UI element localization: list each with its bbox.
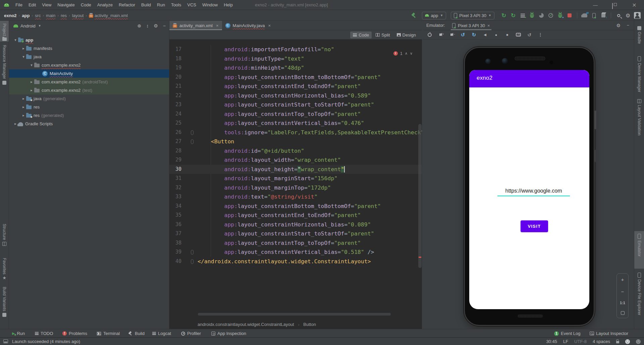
tool-strip-item-structure[interactable]: Structure (0, 224, 9, 246)
breadcrumb-item[interactable]: activity_main.xml (95, 13, 128, 18)
code-line-31[interactable]: 31 android:layout_marginStart="156dp" (169, 174, 422, 183)
tool-strip-item-emulator[interactable]: Emulator (634, 234, 644, 257)
code-line-23[interactable]: 23 app:layout_constraintStart_toStartOf=… (169, 100, 422, 110)
breadcrumb-item[interactable]: res (61, 13, 67, 18)
settings-gear-icon[interactable]: ⚙ (623, 11, 633, 19)
tree-chevron-icon[interactable]: ▸ (21, 46, 26, 51)
emulator-screen[interactable]: exno2 https://www.google.com VISIT (469, 70, 589, 309)
tree-chevron-icon[interactable]: ▾ (21, 55, 26, 59)
prev-error-icon[interactable]: ∧ (405, 51, 408, 56)
close-tab-icon[interactable]: × (216, 23, 219, 28)
code-line-19[interactable]: 19 android:minHeight="48dp" (169, 63, 422, 73)
tool-strip-item-project[interactable]: Project (0, 23, 9, 41)
code-line-21[interactable]: 21 app:layout_constraintEnd_toEndOf="par… (169, 82, 422, 91)
toolwindow-problems[interactable]: !Problems (62, 329, 87, 338)
menu-code[interactable]: Code (78, 0, 94, 10)
volume-down-icon[interactable] (449, 33, 455, 36)
menu-help[interactable]: Help (221, 0, 236, 10)
emulator-device-tab[interactable]: Pixel 3 API 30 × (449, 21, 493, 30)
indent-setting[interactable]: 4 spaces (593, 339, 610, 344)
close-tab-icon[interactable]: × (268, 23, 271, 28)
error-badge[interactable]: ! 1 ∧ ∨ (393, 51, 413, 56)
debug-icon[interactable] (527, 11, 537, 19)
tree-row-res[interactable]: ▸res(generated) (9, 111, 169, 120)
tree-chevron-icon[interactable]: ▾ (29, 63, 34, 67)
toolwindow-logcat[interactable]: Logcat (152, 329, 171, 338)
menu-navigate[interactable]: Navigate (54, 0, 77, 10)
snapshots-icon[interactable]: ↺ (526, 32, 532, 38)
visit-button[interactable]: VISIT (521, 220, 548, 232)
attach-debugger-icon[interactable]: ▸ (555, 11, 565, 19)
tree-row-res[interactable]: ▸res (9, 103, 169, 111)
tree-chevron-icon[interactable]: ▸ (29, 80, 34, 84)
tree-row-com-example-exno2[interactable]: ▸com.example.exno2(test) (9, 86, 169, 94)
minimize-button[interactable]: — (586, 0, 605, 10)
code-line-32[interactable]: 32 android:layout_marginTop="172dp" (169, 183, 422, 193)
rotate-right-icon[interactable]: ↻ (471, 32, 477, 38)
code-line-37[interactable]: 37 app:layout_constraintStart_toStartOf=… (169, 229, 422, 238)
rotate-left-icon[interactable]: ↺ (460, 32, 466, 38)
tree-row-java[interactable]: ▸java(generated) (9, 94, 169, 103)
mode-split[interactable]: Split (373, 31, 392, 39)
locate-file-icon[interactable]: ⊕ (138, 23, 142, 28)
menu-window[interactable]: Window (199, 0, 221, 10)
error-stripe-mark[interactable] (419, 257, 421, 258)
line-ending[interactable]: LF (563, 339, 568, 344)
tree-row-java[interactable]: ▾java (9, 53, 169, 61)
profiler-gauge-icon[interactable] (546, 11, 555, 19)
menu-analyze[interactable]: Analyze (94, 0, 116, 10)
mode-design[interactable]: Design (394, 31, 419, 39)
fold-marker-icon[interactable] (191, 130, 194, 135)
breadcrumb-item[interactable]: src (35, 13, 41, 18)
project-settings-gear-icon[interactable]: ⚙ (154, 23, 158, 28)
editor-horizontal-scrollbar[interactable] (198, 313, 391, 316)
toolwindow-terminal[interactable]: ❯_Terminal (97, 329, 120, 338)
url-edittext[interactable]: https://www.google.com (497, 188, 570, 196)
code-line-26[interactable]: 26 tools:ignore="LabelFor,TextFields,Spe… (169, 128, 422, 137)
fold-marker-icon[interactable] (191, 259, 194, 264)
sdk-manager-icon[interactable] (599, 11, 608, 19)
code-line-35[interactable]: 35 app:layout_constraintEnd_toEndOf="par… (169, 211, 422, 220)
toolwindow-event-log[interactable]: 1Event Log (554, 329, 581, 338)
hide-panel-icon[interactable]: − (163, 23, 166, 28)
menu-file[interactable]: File (12, 0, 25, 10)
code-line-17[interactable]: 17 android:importantForAutofill="no" (169, 45, 422, 54)
toolwindow-app-inspection[interactable]: App Inspection (211, 329, 246, 338)
search-everywhere-icon[interactable] (614, 11, 623, 19)
zoom-reset-button[interactable]: 1:1 (620, 301, 625, 305)
tree-chevron-icon[interactable]: ▸ (21, 113, 26, 118)
tool-strip-item-gradle[interactable]: Gradle (634, 26, 644, 44)
editor-breadcrumb-item[interactable]: androidx.constraintlayout.widget.Constra… (198, 322, 294, 327)
file-encoding[interactable]: UTF-8 (574, 339, 587, 344)
feedback-smiley-icon[interactable] (625, 339, 630, 344)
close-button[interactable]: ✕ (625, 0, 644, 10)
emulator-minimize-icon[interactable]: − (627, 21, 629, 30)
run-with-coverage-icon[interactable]: ▸ (518, 11, 527, 19)
fold-marker-icon[interactable] (191, 250, 194, 255)
user-face-icon[interactable] (636, 339, 641, 344)
zoom-out-button[interactable]: − (621, 289, 624, 294)
tree-chevron-icon[interactable]: ▸ (21, 96, 26, 101)
toolwindow-profiler[interactable]: Profiler (181, 329, 201, 338)
menu-run[interactable]: Run (154, 0, 168, 10)
home-icon[interactable]: ● (493, 33, 499, 37)
breadcrumb-item[interactable]: app (22, 13, 30, 18)
tool-strip-item-layout-validation[interactable]: Layout Validation (634, 99, 644, 135)
restore-button[interactable] (605, 0, 625, 10)
tree-chevron-icon[interactable]: ▸ (21, 105, 26, 109)
toolwindow-build[interactable]: Build (128, 329, 145, 338)
toolwindow-run[interactable]: ▶Run (12, 329, 25, 338)
tab-activity-main-xml[interactable]: activity_main.xml× (169, 21, 222, 30)
power-icon[interactable] (427, 33, 433, 37)
menu-vcs[interactable]: VCS (184, 0, 199, 10)
tool-strip-item-favorites[interactable]: Favorites★ (0, 258, 9, 280)
toolwindow-todo[interactable]: TODO (35, 329, 53, 338)
code-line-29[interactable]: 29 android:layout_width="wrap_content" (169, 155, 422, 165)
code-editor[interactable]: 17 android:importantForAutofill="no"18 a… (169, 45, 422, 259)
project-view-selector[interactable]: Android (20, 23, 36, 28)
close-tab-icon[interactable]: × (487, 23, 490, 28)
tool-strip-item-build-variants[interactable]: Build Variants (0, 287, 9, 317)
tool-strip-item-device-manager[interactable]: Device Manager (634, 56, 644, 92)
code-line-39[interactable]: 39 app:layout_constraintVertical_bias="0… (169, 248, 422, 257)
toolwindow-layout-inspector[interactable]: Layout Inspector (590, 329, 628, 338)
